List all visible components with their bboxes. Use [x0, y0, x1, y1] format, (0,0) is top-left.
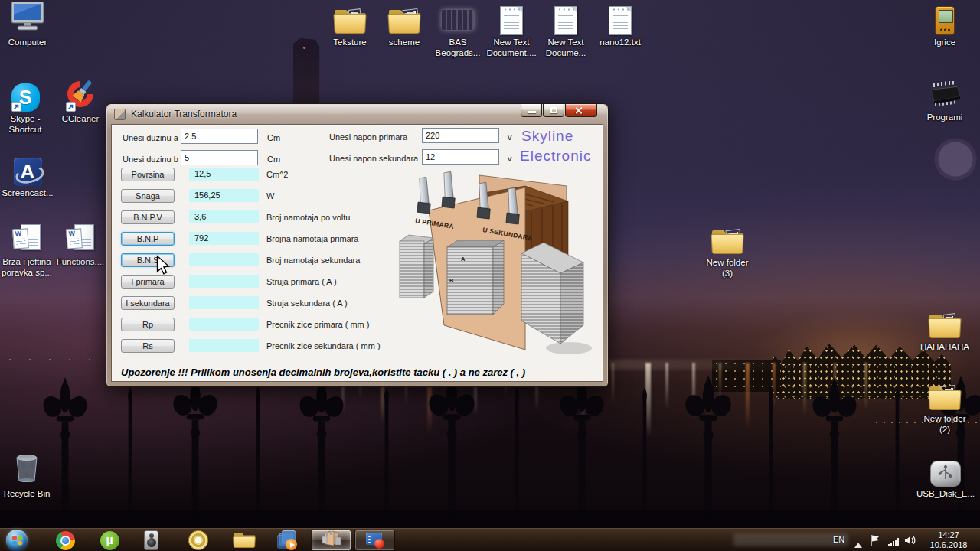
bnpv-button[interactable]: B.N.P.V: [121, 210, 175, 224]
brand-line-1: Skyline: [521, 128, 573, 145]
desktop-icon-newtext1[interactable]: New Text Document....: [482, 5, 541, 58]
maximize-button[interactable]: [543, 104, 564, 117]
desktop-icon-newfolder3[interactable]: New folder (3): [698, 225, 756, 279]
title-bar[interactable]: Kalkulator Transformatora: [106, 104, 608, 125]
taskbar-icon-dvd[interactable]: [187, 530, 210, 551]
desktop-icon-recycle-bin[interactable]: Recycle Bin: [0, 456, 56, 500]
folder-icon: [387, 8, 421, 35]
desktop-icon-usbdisk[interactable]: USB_Disk_E...: [916, 456, 975, 500]
app-icon: [114, 109, 126, 120]
napon-sekundara-unit: v: [508, 154, 512, 163]
svg-text:A: A: [461, 256, 466, 262]
window-client-area: Unesi duzinu a Cm Unesi duzinu b Cm Unes…: [112, 125, 603, 381]
folder-icon: [928, 312, 962, 340]
povrsina-button[interactable]: Povrsina: [121, 168, 175, 181]
bnp-desc: Brojna namotaja primara: [266, 232, 358, 246]
close-button[interactable]: [565, 104, 597, 117]
icon-label: Recycle Bin: [0, 489, 56, 500]
duzina-b-input[interactable]: [181, 150, 258, 165]
desktop-icon-functions[interactable]: W Functions....: [51, 224, 109, 268]
icon-label: New Text Document....: [482, 37, 541, 58]
minimize-button[interactable]: [521, 104, 542, 117]
desktop-icon-nano12[interactable]: nano12.txt: [591, 5, 649, 48]
tray-language[interactable]: EN: [833, 535, 844, 544]
tray-date: 10.6.2018: [930, 540, 968, 550]
chevron-up-icon: [854, 543, 862, 548]
taskbar-app-kalkulator[interactable]: [311, 530, 351, 551]
ccleaner-icon: [66, 80, 95, 112]
rs-result[interactable]: [189, 339, 259, 352]
icon-label: New folder (3): [698, 258, 756, 279]
taskbar-icon-mediaplayer[interactable]: [276, 530, 299, 551]
snaga-result[interactable]: 156,25: [189, 189, 259, 202]
povrsina-desc: Cm^2: [266, 168, 288, 181]
folder-icon: [928, 384, 962, 412]
kalkulator-transformatora-window: Kalkulator Transformatora Unesi duzinu a…: [106, 103, 609, 387]
taskbar-icon-explorer[interactable]: [233, 530, 256, 551]
tray-flag-icon[interactable]: [870, 534, 880, 549]
i-primara-result[interactable]: [189, 275, 259, 288]
desktop-icon-teksture[interactable]: Teksture: [321, 5, 379, 48]
desktop-icon-newtext2[interactable]: New Text Docume...: [537, 5, 595, 58]
tray-volume-icon[interactable]: [905, 535, 917, 549]
icon-label: HAHAHAHA: [916, 342, 974, 353]
fence-silhouette: [0, 361, 980, 551]
text-file-icon: [609, 6, 632, 35]
desktop-icon-brza[interactable]: W Brza i jeftina poravka sp...: [0, 224, 56, 278]
window-title: Kalkulator Transformatora: [131, 109, 237, 119]
taskbar-app-recorder[interactable]: [354, 530, 395, 551]
usb-disk-icon: [930, 461, 961, 487]
tray-time: 14:27: [938, 530, 959, 540]
desktop-icon-skype[interactable]: S Skype - Shortcut: [0, 81, 54, 135]
tray-expand-button[interactable]: [854, 537, 862, 551]
icon-label: nano12.txt: [591, 37, 649, 48]
rp-button[interactable]: Rp: [121, 318, 175, 331]
text-file-icon: [500, 6, 523, 35]
computer-icon: [10, 2, 45, 35]
duzina-a-label: Unesi duzinu a: [122, 133, 178, 142]
brand-line-2: Electronic: [520, 148, 591, 165]
media-player-icon: [277, 530, 297, 550]
napon-sekundara-label: Unesi napon sekundara: [329, 154, 418, 163]
transformer-diagram: U PRIMARA U SEKUNDARA A B: [397, 168, 602, 360]
desktop-icon-bas[interactable]: BAS Beograds...: [429, 5, 487, 58]
desktop-icon-ccleaner[interactable]: CCleaner: [51, 81, 109, 125]
desktop-icon-screencast[interactable]: A Screencast...: [0, 155, 57, 199]
utorrent-icon: µ: [100, 531, 119, 550]
bnp-button[interactable]: B.N.P: [121, 232, 175, 246]
bnpv-desc: Broj namotaja po voltu: [266, 210, 350, 224]
desktop-icon-scheme[interactable]: scheme: [375, 5, 433, 48]
taskbar-icon-utorrent[interactable]: µ: [98, 530, 121, 551]
tray-network-icon[interactable]: [888, 536, 900, 549]
dvd-disc-icon: [188, 530, 208, 550]
start-button[interactable]: [6, 530, 28, 551]
skype-icon: S: [11, 83, 40, 112]
povrsina-result[interactable]: 12,5: [189, 168, 259, 181]
text-file-icon: [554, 6, 577, 35]
napon-primara-input[interactable]: [422, 128, 499, 143]
bnp-result[interactable]: 792: [189, 232, 259, 245]
rp-result[interactable]: [189, 318, 259, 331]
desktop-icon-programi[interactable]: Programi: [916, 80, 974, 123]
taskbar-icon-audio[interactable]: [139, 530, 162, 551]
desktop-icon-computer[interactable]: Computer: [0, 5, 57, 48]
word-document-icon: W: [67, 224, 94, 255]
duzina-a-input[interactable]: [181, 129, 258, 144]
snaga-button[interactable]: Snaga: [121, 189, 175, 203]
desktop-icon-newfolder2[interactable]: New folder (2): [916, 381, 974, 435]
bns-result[interactable]: [189, 253, 259, 266]
napon-sekundara-input[interactable]: [422, 149, 499, 165]
i-primara-button[interactable]: I primara: [121, 275, 175, 289]
speaker-icon: [144, 530, 158, 550]
tray-clock[interactable]: 14:27 10.6.2018: [922, 530, 975, 551]
icon-label: Screencast...: [0, 188, 57, 199]
rs-button[interactable]: Rs: [121, 339, 175, 353]
desktop-icon-igrice[interactable]: Igrice: [916, 5, 974, 48]
desktop-icon-hahahaha[interactable]: HAHAHAHA: [916, 309, 974, 353]
i-sekundara-button[interactable]: I sekundara: [121, 296, 175, 310]
bnpv-result[interactable]: 3,6: [189, 210, 259, 223]
handheld-game-icon: [935, 6, 955, 35]
chip-icon: [926, 81, 963, 110]
taskbar-icon-chrome[interactable]: [54, 530, 77, 551]
i-sekundara-result[interactable]: [189, 296, 259, 309]
